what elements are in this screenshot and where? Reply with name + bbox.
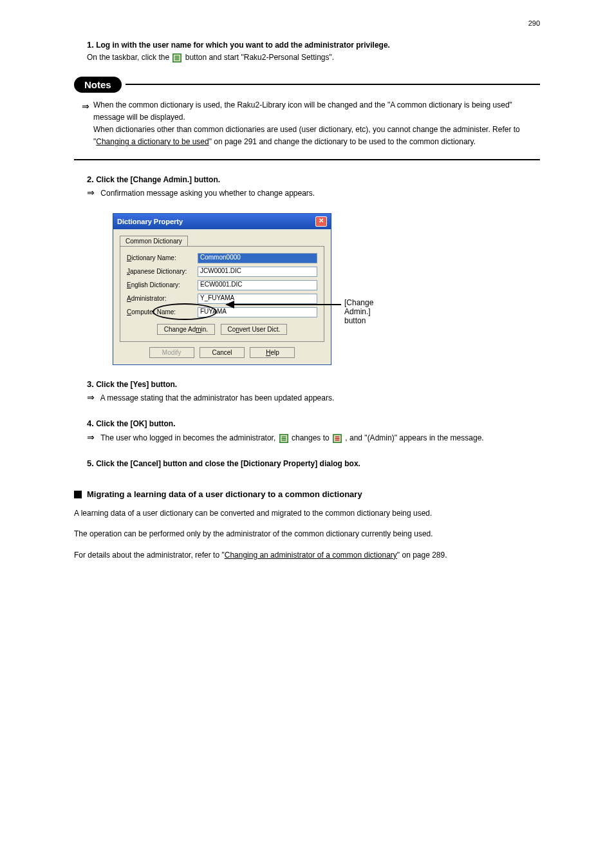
label-dictionary-name: Dictionary Name:: [127, 254, 198, 261]
step-4-num: 4.: [87, 419, 94, 428]
step-4-title: Click the [OK] button.: [96, 419, 175, 428]
svg-rect-10: [281, 438, 286, 439]
svg-rect-14: [335, 437, 340, 438]
notes-header: Notes: [74, 77, 540, 93]
svg-rect-15: [335, 438, 340, 439]
change-admin-button[interactable]: Change Admin.: [157, 324, 215, 335]
convert-user-dict-button[interactable]: Convert User Dict.: [221, 324, 288, 335]
input-computer-name[interactable]: FUYAMA: [198, 307, 317, 317]
svg-rect-16: [335, 440, 340, 441]
step-1-line-b: button and start "Raku2-Personal Setting…: [185, 53, 334, 62]
dictionary-property-dialog-wrap: Dictionary Property ✕ Common Dictionary …: [113, 213, 331, 365]
section-p1: A learning data of a user dictionary can…: [74, 507, 540, 520]
step-4-line-b: changes to: [292, 433, 331, 442]
input-japanese-dictionary[interactable]: JCW0001.DIC: [198, 267, 317, 277]
step-2-arrow: ⇒: [87, 187, 95, 198]
notes-line-1: When the common dictionary is used, the …: [93, 100, 512, 122]
step-3-num: 3.: [87, 379, 94, 389]
tray-icon-after: [333, 432, 342, 444]
callout-label: [Change Admin.] button: [344, 298, 373, 325]
notes-end-line: [74, 159, 540, 160]
section-header: Migrating a learning data of a user dict…: [74, 489, 540, 499]
label-japanese-dictionary: Japanese Dictionary:: [127, 268, 198, 275]
step-3: 3. Click the [Yes] button. ⇒ A message s…: [74, 378, 540, 405]
dialog-titlebar: Dictionary Property ✕: [113, 214, 331, 229]
dictionary-property-dialog: Dictionary Property ✕ Common Dictionary …: [113, 213, 331, 365]
notes-line-2b: " on page 291 and change the dictionary …: [209, 137, 476, 146]
step-1-line-a: On the taskbar, click the: [87, 53, 171, 62]
input-administrator[interactable]: Y_FUYAMA: [198, 294, 317, 304]
svg-rect-4: [175, 59, 180, 60]
notes-badge: Notes: [74, 77, 122, 93]
tray-icon-before: [279, 432, 288, 444]
step-3-result: A message stating that the administrator…: [100, 393, 335, 402]
notes-body: ⇒ When the common dictionary is used, th…: [82, 99, 540, 149]
step-2-num: 2.: [87, 175, 94, 184]
section-bullet-icon: [74, 491, 82, 498]
section-body: A learning data of a user dictionary can…: [74, 507, 540, 561]
step-4-arrow: ⇒: [87, 432, 95, 442]
modify-button: Modify: [149, 347, 194, 358]
tab-common-dictionary[interactable]: Common Dictionary: [120, 236, 188, 246]
step-5: 5. Click the [Cancel] button and close t…: [74, 457, 540, 470]
label-english-dictionary: English Dictionary:: [127, 281, 198, 288]
section-title: Migrating a learning data of a user dict…: [87, 489, 362, 499]
input-english-dictionary[interactable]: ECW0001.DIC: [198, 280, 317, 290]
label-administrator: Administrator:: [127, 295, 198, 302]
notes-line: [126, 84, 540, 85]
step-2: 2. Click the [Change Admin.] button. ⇒ C…: [74, 173, 540, 200]
help-button[interactable]: Help: [250, 347, 295, 358]
dialog-title: Dictionary Property: [117, 218, 183, 225]
step-3-title: Click the [Yes] button.: [96, 380, 177, 389]
step-1-title: Log in with the user name for which you …: [96, 41, 390, 50]
step-5-title: Click the [Cancel] button and close the …: [96, 459, 360, 468]
close-icon[interactable]: ✕: [315, 216, 327, 227]
step-4-line-c: , and "(Admin)" appears in the message.: [345, 433, 483, 442]
step-3-arrow: ⇒: [87, 392, 95, 402]
input-dictionary-name[interactable]: Common0000: [198, 253, 317, 263]
cancel-button[interactable]: Cancel: [200, 347, 245, 358]
raku2-tray-icon: [172, 52, 181, 64]
notes-arrow: ⇒: [82, 99, 89, 149]
svg-rect-11: [281, 440, 286, 441]
step-2-result: Confirmation message asking you whether …: [100, 189, 315, 198]
svg-rect-3: [175, 57, 180, 59]
section-p2: The operation can be performed only by t…: [74, 527, 540, 540]
step-4-line-a: The user who logged in becomes the admin…: [100, 433, 277, 442]
tab-panel: Dictionary Name: Common0000 Japanese Dic…: [120, 246, 324, 342]
step-1-num: 1.: [87, 40, 94, 50]
page-number: 290: [528, 19, 540, 27]
step-4: 4. Click the [OK] button. ⇒ The user who…: [74, 417, 540, 444]
svg-rect-2: [175, 55, 180, 57]
section-p3a: For details about the administrator, ref…: [74, 551, 225, 560]
section-p3b: " on page 289.: [397, 551, 447, 560]
label-computer-name: Computer Name:: [127, 308, 198, 316]
step-2-title: Click the [Change Admin.] button.: [96, 175, 220, 184]
notes-link[interactable]: Changing a dictionary to be used: [96, 137, 209, 146]
section-link[interactable]: Changing an administrator of a common di…: [225, 551, 397, 560]
svg-rect-9: [281, 437, 286, 438]
step-1: 1. Log in with the user name for which y…: [74, 39, 540, 64]
step-5-num: 5.: [87, 458, 94, 468]
